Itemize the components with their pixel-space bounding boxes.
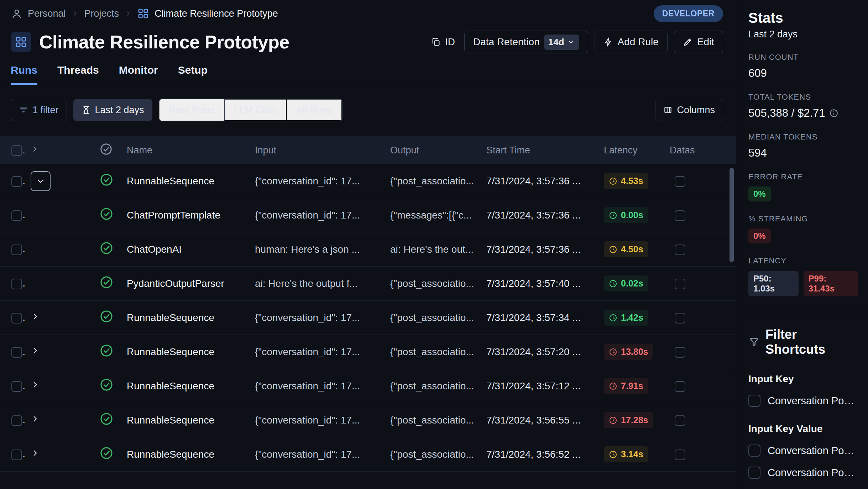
breadcrumb-projects[interactable]: Projects — [84, 8, 119, 19]
run-name[interactable]: RunnableSequence — [121, 312, 249, 324]
row-checkbox[interactable] — [11, 313, 22, 324]
run-name[interactable]: RunnableSequence — [121, 380, 249, 392]
table-row[interactable]: RunnableSequence {"conversation_id": 17.… — [0, 437, 736, 472]
run-input: {"conversation_id": 17... — [249, 415, 385, 426]
columns-button[interactable]: Columns — [655, 99, 723, 121]
latency-badge: 3.14s — [604, 446, 648, 462]
data-retention-value: 14d — [548, 37, 564, 48]
table-row[interactable]: ChatOpenAI human: Here's a json ... ai: … — [0, 232, 736, 267]
col-header-latency[interactable]: Latency — [598, 145, 664, 156]
row-checkbox[interactable] — [11, 415, 22, 426]
info-icon[interactable] — [829, 109, 838, 118]
stat-error-rate: ERROR RATE 0% — [748, 172, 858, 201]
collapse-row-button[interactable] — [31, 171, 51, 191]
dataset-checkbox[interactable] — [675, 244, 685, 255]
filter-shortcut-option[interactable]: Conversation Posts ... — [748, 467, 858, 479]
time-range-button[interactable]: Last 2 days — [73, 99, 152, 121]
col-header-name[interactable]: Name — [121, 145, 249, 156]
run-type-segment-button[interactable]: All Runs — [287, 99, 342, 121]
filter-shortcut-option[interactable]: Conversation Posts ... — [748, 445, 858, 457]
tab-setup[interactable]: Setup — [178, 64, 208, 85]
chevron-right-icon — [125, 10, 132, 17]
dataset-checkbox[interactable] — [675, 210, 685, 221]
filter-option-checkbox[interactable] — [748, 467, 760, 479]
expand-row-chevron-icon[interactable] — [31, 312, 40, 321]
run-name[interactable]: RunnableSequence — [121, 175, 249, 187]
run-name[interactable]: RunnableSequence — [121, 346, 249, 358]
expand-row-chevron-icon[interactable] — [31, 380, 40, 389]
table-row[interactable]: RunnableSequence {"conversation_id": 17.… — [0, 335, 736, 369]
success-status-icon — [100, 310, 113, 323]
row-checkbox[interactable] — [11, 244, 22, 255]
expand-row-chevron-icon[interactable] — [31, 346, 40, 355]
breadcrumb-personal[interactable]: Personal — [28, 8, 66, 19]
edit-label: Edit — [697, 36, 714, 48]
run-name[interactable]: RunnableSequence — [121, 449, 249, 460]
success-status-icon — [100, 446, 113, 460]
dataset-checkbox[interactable] — [675, 313, 685, 324]
funnel-icon — [748, 336, 760, 348]
row-checkbox[interactable] — [11, 279, 22, 289]
filter-shortcut-group: Input Key Value Conversation Posts ... C… — [748, 423, 858, 479]
run-name[interactable]: ChatOpenAI — [121, 244, 249, 255]
dataset-checkbox[interactable] — [675, 279, 685, 289]
person-icon — [11, 8, 22, 19]
row-checkbox[interactable] — [11, 176, 22, 187]
copy-id-button[interactable]: ID — [428, 31, 458, 53]
filter-option-checkbox[interactable] — [748, 395, 760, 407]
table-scrollbar-thumb[interactable] — [730, 168, 734, 262]
latency-badge: 7.91s — [604, 378, 648, 394]
edit-button[interactable]: Edit — [674, 31, 723, 53]
latency-badge: 4.50s — [604, 241, 648, 257]
run-input: {"conversation_id": 17... — [249, 449, 385, 460]
run-type-segment-button[interactable]: LLM Calls — [224, 99, 287, 121]
row-checkbox[interactable] — [11, 347, 22, 358]
col-header-start-time[interactable]: Start Time — [481, 145, 598, 156]
filter-option-checkbox[interactable] — [748, 445, 760, 457]
expand-row-chevron-icon[interactable] — [31, 448, 40, 458]
latency-badge: 0.00s — [604, 207, 648, 223]
streaming-label: % STREAMING — [748, 214, 858, 224]
filter-shortcut-option[interactable]: Conversation Posts ... — [748, 395, 858, 407]
dataset-checkbox[interactable] — [675, 347, 685, 358]
table-row[interactable]: PydanticOutputParser ai: Here's the outp… — [0, 267, 736, 301]
streaming-badge: 0% — [748, 228, 771, 243]
tab-threads[interactable]: Threads — [57, 64, 99, 85]
expand-row-chevron-icon[interactable] — [31, 414, 40, 424]
filter-bar: 1 filter Last 2 days Root Runs LLM Calls… — [0, 99, 736, 121]
dataset-checkbox[interactable] — [675, 176, 685, 187]
data-retention-button[interactable]: Data Retention 14d — [464, 31, 588, 53]
breadcrumb-current-project[interactable]: Climate Resilience Prototype — [155, 8, 278, 19]
table-row[interactable]: ChatPromptTemplate {"conversation_id": 1… — [0, 198, 736, 232]
filter-shortcuts-title: Filter Shortcuts — [765, 327, 858, 357]
dataset-checkbox[interactable] — [675, 381, 685, 392]
expand-all-chevron-icon[interactable] — [31, 145, 39, 153]
table-row[interactable]: RunnableSequence {"conversation_id": 17.… — [0, 403, 736, 437]
table-row[interactable]: RunnableSequence {"conversation_id": 17.… — [0, 369, 736, 403]
clock-icon — [609, 450, 617, 459]
success-status-icon — [100, 173, 113, 186]
row-checkbox[interactable] — [11, 381, 22, 392]
col-header-output[interactable]: Output — [385, 145, 481, 156]
run-name[interactable]: ChatPromptTemplate — [121, 210, 249, 221]
table-row[interactable]: RunnableSequence {"conversation_id": 17.… — [0, 164, 736, 198]
row-checkbox[interactable] — [11, 449, 22, 460]
dataset-checkbox[interactable] — [675, 449, 685, 460]
add-rule-button[interactable]: Add Rule — [595, 31, 668, 53]
run-name[interactable]: PydanticOutputParser — [121, 278, 249, 289]
table-row[interactable]: RunnableSequence {"conversation_id": 17.… — [0, 301, 736, 335]
tab-monitor[interactable]: Monitor — [119, 64, 158, 85]
row-checkbox[interactable] — [11, 210, 22, 221]
col-header-input[interactable]: Input — [249, 145, 385, 156]
tab-runs[interactable]: Runs — [11, 64, 37, 85]
run-start-time: 7/31/2024, 3:57:20 ... — [481, 346, 598, 358]
stat-run-count: RUN COUNT 609 — [748, 53, 858, 80]
select-all-checkbox[interactable] — [11, 145, 22, 156]
success-status-icon — [100, 241, 113, 255]
run-type-segment-button[interactable]: Root Runs — [159, 99, 225, 121]
filter-count-button[interactable]: 1 filter — [11, 99, 67, 121]
run-name[interactable]: RunnableSequence — [121, 415, 249, 426]
col-header-dataset[interactable]: Datas — [664, 145, 736, 156]
clock-icon — [609, 177, 617, 185]
dataset-checkbox[interactable] — [675, 415, 685, 426]
